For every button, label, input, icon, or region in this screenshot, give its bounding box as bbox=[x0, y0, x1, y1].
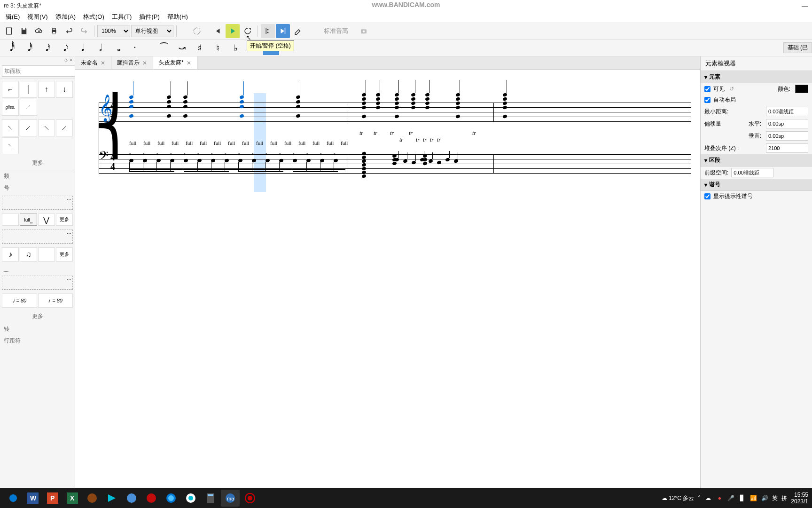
trill-marking[interactable]: tr bbox=[472, 130, 476, 137]
bass-note[interactable] bbox=[420, 158, 424, 161]
tab-tremolo[interactable]: 颤抖音乐 ✕ bbox=[111, 56, 153, 69]
full-marking[interactable]: full bbox=[341, 140, 348, 146]
bass-staff[interactable]: 𝄢 44 /* bass notes rendered via loop bel… bbox=[85, 150, 691, 178]
palette-item[interactable] bbox=[38, 247, 55, 262]
full-marking[interactable]: full bbox=[200, 140, 207, 146]
bass-note[interactable] bbox=[429, 159, 432, 163]
bass-note[interactable] bbox=[197, 159, 201, 162]
save-button[interactable] bbox=[17, 24, 31, 38]
app-icon[interactable] bbox=[181, 490, 200, 507]
show-courtesy-checkbox[interactable] bbox=[704, 193, 710, 199]
bass-note[interactable] bbox=[129, 159, 133, 162]
full-marking[interactable]: full bbox=[284, 140, 291, 146]
ime-indicator[interactable]: 英 bbox=[772, 494, 778, 502]
volume-icon[interactable]: 🔊 bbox=[761, 494, 768, 502]
full-marking[interactable]: full bbox=[214, 140, 221, 146]
battery-icon[interactable]: ▊ bbox=[738, 494, 746, 502]
trill-marking[interactable]: tr bbox=[390, 130, 394, 137]
palette-item[interactable]: gliss. bbox=[2, 99, 19, 116]
full-marking[interactable]: full bbox=[256, 140, 263, 146]
palette-item[interactable] bbox=[2, 214, 19, 226]
palette-section-label[interactable]: ‿ bbox=[0, 263, 75, 274]
bass-note[interactable] bbox=[445, 158, 449, 161]
visible-checkbox[interactable] bbox=[704, 86, 710, 92]
camera-button[interactable] bbox=[357, 24, 371, 38]
new-button[interactable] bbox=[2, 24, 16, 38]
chord[interactable] bbox=[183, 95, 187, 118]
bass-note[interactable] bbox=[320, 159, 324, 162]
trill-marking[interactable]: tr bbox=[430, 136, 434, 143]
slur-button[interactable]: ⤻ bbox=[174, 41, 190, 55]
palette-item[interactable]: ⟋ bbox=[20, 119, 37, 136]
palette-dropzone[interactable]: ⋯ bbox=[2, 230, 73, 244]
musescore-icon[interactable]: mə bbox=[221, 490, 240, 507]
barline[interactable] bbox=[348, 103, 348, 121]
palette-item[interactable]: ⋁ bbox=[38, 214, 55, 226]
play-button[interactable] bbox=[226, 24, 240, 38]
palette-section-label[interactable]: 频 bbox=[0, 170, 75, 182]
barline[interactable] bbox=[493, 154, 494, 173]
palette-item[interactable]: │ bbox=[20, 81, 37, 98]
bass-note[interactable] bbox=[293, 159, 297, 162]
barline[interactable] bbox=[348, 154, 348, 173]
palette-section-label[interactable]: 行距符 bbox=[0, 335, 75, 347]
chord[interactable] bbox=[456, 93, 460, 118]
ime-indicator-2[interactable]: 拼 bbox=[781, 494, 787, 502]
trill-marking[interactable]: tr bbox=[374, 130, 377, 137]
full-marking[interactable]: full bbox=[172, 140, 179, 146]
bass-chord[interactable] bbox=[362, 152, 366, 178]
weather-widget[interactable]: ☁ 12°C 多云 bbox=[662, 494, 695, 502]
tab-toupifama[interactable]: 头皮发麻* ✕ bbox=[153, 56, 197, 69]
word-icon[interactable]: W bbox=[23, 490, 42, 507]
chord[interactable] bbox=[376, 93, 380, 109]
excel-icon[interactable]: X bbox=[63, 490, 82, 507]
edit-mode-button[interactable] bbox=[291, 24, 305, 38]
clef-header[interactable]: ▾谱号 bbox=[701, 179, 812, 191]
full-marking[interactable]: full bbox=[327, 140, 334, 146]
menu-help[interactable]: 帮助(H) bbox=[164, 13, 192, 21]
palette-item[interactable]: ⟍ bbox=[38, 119, 55, 136]
full-marking[interactable]: full bbox=[143, 140, 150, 146]
menu-view[interactable]: 视图(V) bbox=[23, 13, 51, 21]
chord[interactable] bbox=[129, 95, 133, 118]
palette-item[interactable]: 更多 bbox=[56, 214, 73, 226]
tempo-80-quarter[interactable]: ♩ = 80 bbox=[2, 294, 37, 308]
color-picker[interactable] bbox=[795, 85, 808, 93]
chord[interactable] bbox=[167, 95, 171, 118]
cloud-button[interactable] bbox=[32, 24, 46, 38]
full-marking[interactable]: full bbox=[129, 140, 136, 146]
note-16th[interactable]: 𝅘𝅥𝅯 bbox=[38, 41, 54, 55]
chord[interactable] bbox=[411, 93, 415, 109]
time-signature[interactable]: 44 bbox=[110, 101, 115, 119]
minimize-button[interactable]: ― bbox=[802, 2, 808, 9]
redo-button[interactable] bbox=[77, 24, 91, 38]
trill-marking[interactable]: tr bbox=[423, 136, 427, 143]
view-mode-select[interactable]: 单行视图 bbox=[131, 25, 173, 37]
full-marking[interactable]: full bbox=[186, 140, 193, 146]
bass-note[interactable] bbox=[306, 159, 310, 162]
palette-section-label[interactable]: 号 bbox=[0, 182, 75, 194]
bass-note[interactable] bbox=[279, 159, 283, 162]
bass-note[interactable] bbox=[170, 159, 174, 162]
powerpoint-icon[interactable]: P bbox=[43, 490, 62, 507]
bass-note[interactable] bbox=[252, 159, 256, 162]
palette-item[interactable]: ↑ bbox=[38, 81, 55, 98]
bass-note[interactable] bbox=[225, 159, 228, 162]
netease-icon[interactable] bbox=[142, 490, 161, 507]
bass-note[interactable] bbox=[454, 159, 458, 163]
palette-search-input[interactable] bbox=[2, 65, 75, 77]
full-marking[interactable]: full bbox=[228, 140, 235, 146]
mic-icon[interactable]: 🎤 bbox=[727, 494, 734, 502]
bass-note[interactable] bbox=[184, 159, 187, 162]
treble-staff[interactable]: 𝄞 44 bbox=[85, 98, 691, 126]
palette-item[interactable]: ⟍ bbox=[2, 137, 19, 154]
menu-edit[interactable]: 辑(E) bbox=[2, 13, 23, 21]
chord[interactable] bbox=[362, 93, 366, 118]
palette-dropzone[interactable]: ⋯ bbox=[2, 196, 73, 210]
palette-item[interactable]: ⟋ bbox=[20, 99, 37, 116]
note-dot[interactable]: · bbox=[127, 41, 143, 55]
trill-marking[interactable]: tr bbox=[399, 136, 403, 143]
flat-button[interactable]: ♭ bbox=[227, 41, 243, 55]
zoom-select[interactable]: 100% bbox=[97, 25, 130, 37]
bass-note[interactable] bbox=[211, 159, 215, 162]
